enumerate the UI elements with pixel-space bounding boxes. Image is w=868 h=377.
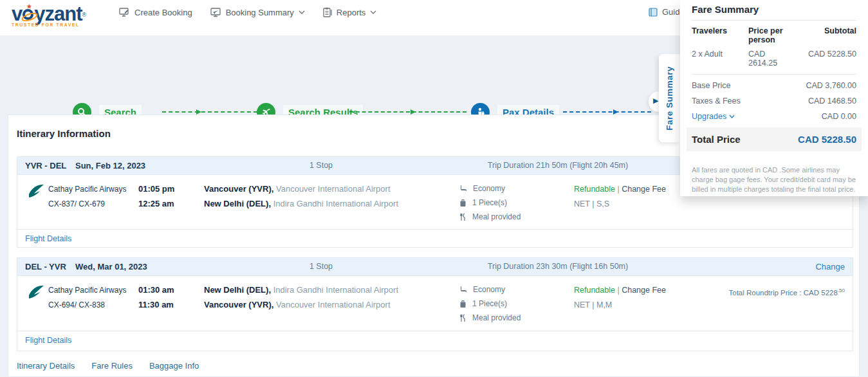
segment-stops: 1 Stop <box>257 262 385 271</box>
arrival-city: New Delhi (DEL), <box>204 199 271 208</box>
taxes-fees-value: CAD 1468.50 <box>808 97 856 106</box>
itinerary-footer-links: Itinerary Details Fare Rules Baggage Inf… <box>17 361 199 371</box>
meal-icon <box>459 213 466 221</box>
fare-flags-column: Refundable | Change Fee NET | M,M <box>574 283 666 313</box>
voyzant-logo[interactable]: vyzant® TRUSTED FOR TRAVEL <box>12 3 88 27</box>
flight-details-link[interactable]: Flight Details <box>25 234 71 243</box>
departure-city: Vancouver (YVR), <box>204 184 273 194</box>
segment-body: Cathay Pacific Airways CX-694/ CX-838 01… <box>17 275 853 331</box>
flight-numbers: CX-694/ CX-838 <box>48 298 126 313</box>
airline-column: Cathay Pacific Airways CX-837/ CX-679 <box>48 182 126 212</box>
departure-airport: Indira Gandhi International Airport <box>271 285 398 295</box>
airline-name: Cathay Pacific Airways <box>48 182 126 197</box>
total-price-label: Total Price <box>692 134 741 145</box>
cathay-pacific-logo-icon <box>26 284 46 302</box>
baggage-info-link[interactable]: Baggage Info <box>149 361 199 371</box>
segment-route: DEL - YVR <box>25 262 66 271</box>
segment-duration: Trip Duration 21h 50m (Flight 20h 45m) <box>429 161 687 170</box>
fare-summary-tab-label: Fare Summary <box>665 66 674 131</box>
travelers-table: Travelers Price per person Subtotal 2 x … <box>692 26 856 68</box>
base-price-label: Base Price <box>692 81 730 90</box>
total-price-row: Total Price CAD 5228.50 <box>687 127 862 151</box>
segment-footer: Flight Details <box>17 229 853 248</box>
flight-numbers: CX-837/ CX-679 <box>48 197 126 212</box>
guide-button[interactable]: Guide <box>649 7 685 17</box>
chevron-down-icon <box>370 10 376 14</box>
change-fee-label: Change Fee <box>622 185 666 194</box>
seat-icon <box>459 185 467 192</box>
chevron-down-icon <box>729 115 735 118</box>
create-booking-label: Create Booking <box>134 8 192 17</box>
fare-rules-link[interactable]: Fare Rules <box>91 361 133 371</box>
departure-time: 01:05 pm <box>138 181 174 196</box>
segment-date: Wed, Mar 01, 2023 <box>75 262 147 271</box>
upgrades-toggle[interactable]: Upgrades <box>692 112 735 121</box>
fare-flags-column: Refundable | Change Fee NET | S,S <box>574 182 666 212</box>
airline-column: Cathay Pacific Airways CX-694/ CX-838 <box>48 283 126 313</box>
luggage-icon <box>459 300 466 308</box>
cities-column: Vancouver (YVR), Vancouver International… <box>204 181 398 211</box>
fare-code: NET | M,M <box>574 298 666 313</box>
chevron-down-icon <box>299 10 305 14</box>
airline-name: Cathay Pacific Airways <box>48 283 126 298</box>
total-roundtrip-price: Total Roundtrip Price : CAD 5228.50 <box>728 288 845 297</box>
baggage-allowance: 1 Piece(s) <box>472 299 507 308</box>
stepper-connector <box>162 111 257 113</box>
segment-header: DEL - YVR Wed, Mar 01, 2023 1 Stop Trip … <box>17 258 853 275</box>
flight-segment-return: DEL - YVR Wed, Mar 01, 2023 1 Stop Trip … <box>17 257 853 351</box>
times-column: 01:30 am 11:30 am <box>138 282 174 312</box>
create-booking-button[interactable]: Create Booking <box>119 8 192 17</box>
departure-airport: Vancouver International Airport <box>273 184 390 194</box>
arrow-right-icon <box>196 109 201 115</box>
col-header-travelers: Travelers <box>692 26 748 44</box>
luggage-icon <box>459 199 466 207</box>
arrival-airport: Vancouver International Airport <box>273 300 390 309</box>
seat-icon <box>459 286 467 293</box>
arrival-time: 11:30 am <box>138 297 174 312</box>
cathay-pacific-logo-icon <box>26 183 46 201</box>
arrival-time: 12:25 am <box>138 196 174 211</box>
fare-breakdown: Base PriceCAD 3,760.00 Taxes & FeesCAD 1… <box>692 74 856 121</box>
fare-code: NET | S,S <box>574 197 666 212</box>
amenities-column: Economy 1 Piece(s) Meal provided <box>459 181 521 224</box>
segment-footer: Flight Details <box>17 331 853 349</box>
segment-stops: 1 Stop <box>257 161 385 170</box>
guide-book-icon <box>649 8 658 17</box>
cities-column: New Delhi (DEL), Indira Gandhi Internati… <box>204 282 398 312</box>
globe-icon <box>23 9 33 20</box>
booking-summary-icon <box>210 8 221 17</box>
reports-icon <box>323 7 332 17</box>
fare-summary-tab[interactable]: Fare Summary <box>659 54 680 142</box>
arrow-right-icon <box>613 109 618 115</box>
booking-summary-label: Booking Summary <box>226 8 294 17</box>
price-per-person-cell: CAD 2614.25 <box>748 50 795 68</box>
total-price-value: CAD 5228.50 <box>798 134 856 145</box>
reports-menu[interactable]: Reports <box>323 7 377 17</box>
segment-route: YVR - DEL <box>25 161 66 170</box>
arrival-city: Vancouver (YVR), <box>204 300 273 309</box>
subtotal-cell: CAD 5228.50 <box>795 50 856 68</box>
flight-details-link[interactable]: Flight Details <box>25 336 71 345</box>
logo-tagline: TRUSTED FOR TRAVEL <box>12 23 88 27</box>
upgrades-value: CAD 0.00 <box>822 112 856 121</box>
baggage-allowance: 1 Piece(s) <box>472 198 507 207</box>
segment-duration: Trip Duration 23h 30m (Flight 16h 50m) <box>429 262 687 271</box>
taxes-fees-label: Taxes & Fees <box>692 97 741 106</box>
change-flight-link[interactable]: Change <box>815 262 845 271</box>
refundable-badge: Refundable <box>574 185 615 194</box>
meal-service: Meal provided <box>472 313 521 322</box>
fare-summary-title: Fare Summary <box>692 0 856 15</box>
change-fee-label: Change Fee <box>622 286 666 295</box>
cabin-class: Economy <box>473 285 505 294</box>
times-column: 01:05 pm 12:25 am <box>138 181 174 211</box>
departure-city: New Delhi (DEL), <box>204 285 271 295</box>
booking-summary-menu[interactable]: Booking Summary <box>210 8 305 17</box>
itinerary-details-link[interactable]: Itinerary Details <box>17 361 75 371</box>
cabin-class: Economy <box>473 184 505 193</box>
create-booking-icon <box>119 8 130 17</box>
divider <box>692 20 856 21</box>
arrival-airport: Indira Gandhi International Airport <box>271 199 398 208</box>
amenities-column: Economy 1 Piece(s) Meal provided <box>459 282 521 325</box>
fare-disclaimer: All fares are quoted in CAD .Some airlin… <box>692 165 856 194</box>
fare-summary-panel: Fare Summary Travelers Price per person … <box>680 0 868 196</box>
